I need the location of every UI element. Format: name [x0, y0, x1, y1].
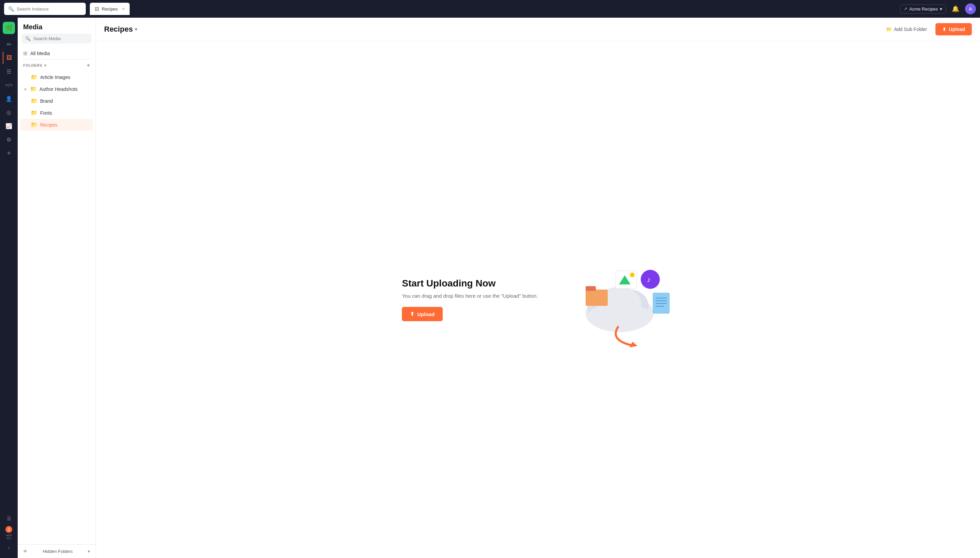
external-link-icon: ↗ [904, 7, 907, 11]
empty-heading: Start Uploading Now [402, 278, 538, 289]
folder-item-brand[interactable]: 📁 Brand [18, 95, 95, 107]
hidden-folders-section[interactable]: 👁 Hidden Folders ▾ [18, 544, 95, 558]
orange-icon: 2 [8, 527, 10, 532]
nav-item-person[interactable]: 👤 [3, 92, 15, 105]
upload-label-empty: Upload [417, 311, 435, 317]
code-icon: </> [5, 83, 13, 87]
nav-item-orange-badge[interactable]: 2 [5, 526, 12, 533]
topbar-right: ↗ Acme Recipes ▾ 🔔 A [900, 3, 976, 14]
sidebar-search-input[interactable] [33, 36, 88, 41]
folders-label: FOLDERS [23, 63, 42, 67]
acme-label: Acme Recipes [909, 7, 938, 11]
all-media-item[interactable]: ⊞ All Media [18, 48, 95, 59]
upload-button-empty[interactable]: ⬆ Upload [402, 307, 443, 321]
expand-arrow-author-headshots: ▶ [25, 87, 27, 91]
media-icon: 🖼 [7, 55, 12, 61]
chart-icon: 📈 [5, 123, 12, 129]
edit-icon: ✏ [7, 41, 11, 48]
folder-icon-fonts: 📁 [31, 110, 38, 116]
notification-icon: 🔔 [952, 5, 959, 13]
content-title-text: Recipes [104, 25, 133, 34]
svg-rect-7 [586, 286, 596, 291]
content-header: Recipes ▾ 📁 Add Sub Folder ⬆ Upload [96, 18, 980, 41]
person-icon: 👤 [5, 95, 12, 102]
upload-icon-empty: ⬆ [410, 311, 414, 317]
folder-icon-brand: 📁 [31, 98, 38, 104]
header-actions: 📁 Add Sub Folder ⬆ Upload [882, 23, 972, 35]
nav-item-media[interactable]: 🖼 [3, 52, 15, 64]
main-layout: 🌿 ✏ 🖼 ☰ </> 👤 ◎ 📈 ⚙ + ☰ [0, 18, 980, 558]
empty-text: Start Uploading Now You can drag and dro… [402, 278, 538, 321]
nav-counter: 417f777 [6, 534, 11, 540]
upload-icon-header: ⬆ [942, 26, 946, 32]
avatar-initials: A [969, 7, 972, 11]
chevron-down-icon: ▾ [88, 549, 90, 554]
nav-item-layers[interactable]: ☰ [3, 65, 15, 77]
tab-label: Recipes [102, 7, 118, 11]
nav-item-code[interactable]: </> [3, 79, 15, 91]
nav-item-settings[interactable]: ⚙ [3, 133, 15, 146]
sidebar-title: Media [18, 18, 95, 34]
folder-plus-icon: 📁 [886, 26, 892, 32]
search-icon: 🔍 [8, 6, 14, 11]
avatar[interactable]: A [965, 3, 976, 14]
search-instance-input[interactable] [17, 7, 82, 11]
cloud-svg: ♪ [565, 245, 674, 347]
settings-icon: ⚙ [7, 136, 11, 143]
empty-description: You can drag and drop files here or use … [402, 293, 538, 299]
folder-label-brand: Brand [40, 98, 53, 104]
nav-expand-button[interactable]: › [3, 542, 15, 554]
content-area: Recipes ▾ 📁 Add Sub Folder ⬆ Upload Star… [96, 18, 980, 558]
add-icon: + [7, 149, 11, 157]
svg-point-4 [587, 303, 652, 330]
folder-icon-recipes: 📁 [31, 121, 38, 128]
folder-label-fonts: Fonts [40, 110, 52, 116]
nav-item-edit[interactable]: ✏ [3, 38, 15, 50]
content-title-dropdown-icon[interactable]: ▾ [135, 26, 137, 32]
empty-state: Start Uploading Now You can drag and dro… [96, 41, 980, 558]
folder-label-article-images: Article Images [40, 74, 71, 80]
sidebar-search-container: 🔍 [22, 34, 92, 44]
folders-dropdown-icon: ▾ [44, 63, 47, 68]
acme-recipes-button[interactable]: ↗ Acme Recipes ▾ [900, 5, 946, 14]
add-folder-button[interactable]: + [87, 62, 90, 68]
folder-item-recipes[interactable]: 📁 Recipes [20, 119, 93, 131]
svg-rect-6 [586, 290, 608, 306]
empty-content: Start Uploading Now You can drag and dro… [402, 245, 674, 354]
folder-label-recipes: Recipes [40, 122, 57, 128]
target-icon: ◎ [7, 109, 11, 116]
upload-label-header: Upload [949, 26, 965, 32]
folder-item-author-headshots[interactable]: ▶ 📁 Author Headshots [18, 83, 95, 95]
folder-label-author-headshots: Author Headshots [39, 87, 77, 92]
counter-value: 417f777 [6, 534, 11, 540]
folder-item-article-images[interactable]: 📁 Article Images [18, 71, 95, 83]
chevron-right-icon: › [8, 545, 10, 550]
content-title: Recipes ▾ [104, 25, 137, 34]
app-logo[interactable]: 🌿 [3, 22, 15, 34]
cloud-illustration: ♪ [565, 245, 674, 354]
tab-media-icon: 🖼 [95, 7, 99, 11]
acme-dropdown-icon: ▾ [940, 7, 942, 11]
folders-header: FOLDERS ▾ + [18, 59, 95, 71]
sidebar-search-icon: 🔍 [25, 36, 31, 41]
search-instance-container: 🔍 [4, 3, 86, 15]
nav-item-target[interactable]: ◎ [3, 106, 15, 118]
tab-close-icon[interactable]: ✕ [122, 7, 125, 11]
svg-point-10 [630, 272, 635, 277]
nav-item-chart[interactable]: 📈 [3, 120, 15, 132]
nav-bottom: ☰ 2 417f777 › [3, 512, 15, 554]
nav-item-add[interactable]: + [3, 147, 15, 159]
tab-recipes[interactable]: 🖼 Recipes ✕ [90, 3, 130, 15]
layers-icon: ☰ [7, 68, 11, 75]
upload-button-header[interactable]: ⬆ Upload [936, 23, 972, 35]
add-subfolder-button[interactable]: 📁 Add Sub Folder [882, 24, 931, 35]
folder-icon-author-headshots: 📁 [30, 86, 37, 92]
eye-icon: 👁 [23, 549, 28, 554]
all-media-label: All Media [30, 51, 50, 56]
folder-item-fonts[interactable]: 📁 Fonts [18, 107, 95, 119]
folder-icon-article-images: 📁 [31, 74, 38, 80]
add-subfolder-label: Add Sub Folder [894, 26, 927, 32]
nav-item-list[interactable]: ☰ [3, 512, 15, 525]
notification-button[interactable]: 🔔 [950, 3, 961, 14]
sidebar: Media 🔍 ⊞ All Media FOLDERS ▾ + 📁 Articl… [18, 18, 96, 558]
